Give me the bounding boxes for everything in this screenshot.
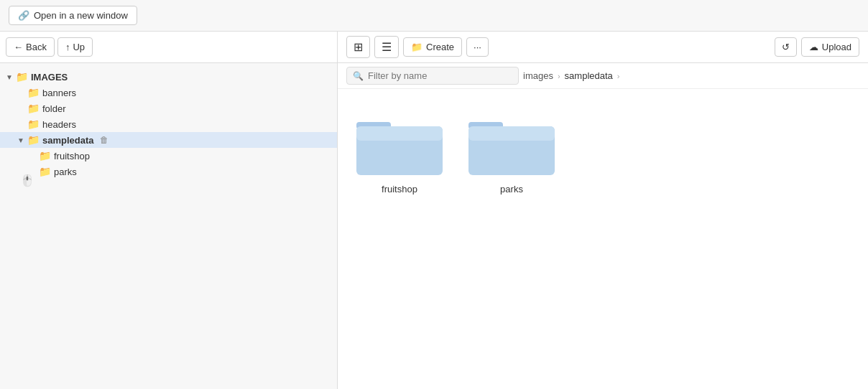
top-bar: 🔗 Open in a new window xyxy=(0,0,868,32)
file-tree: ▼ 📁 IMAGES 📁 banners 📁 folder 📁 headers xyxy=(0,63,337,389)
folder-name-fruitshop: fruitshop xyxy=(382,184,417,194)
tree-label-folder: folder xyxy=(42,103,66,114)
up-button[interactable]: ↑ Up xyxy=(57,37,93,57)
refresh-icon: ↺ xyxy=(782,42,790,52)
folder-closed-icon: 📁 xyxy=(27,103,40,114)
tree-label-images: IMAGES xyxy=(31,72,68,83)
search-input[interactable] xyxy=(368,70,512,81)
folder-svg-parks xyxy=(465,106,558,178)
folder-closed-icon: 📁 xyxy=(27,118,40,130)
folder-open-icon: 📁 xyxy=(27,134,40,146)
folder-closed-icon: 📁 xyxy=(39,150,51,161)
main-layout: ← Back ↑ Up ▼ 📁 IMAGES 📁 banners xyxy=(0,32,868,389)
back-label: Back xyxy=(26,42,47,52)
tree-item-folder[interactable]: 📁 folder xyxy=(0,100,337,116)
tree-label-banners: banners xyxy=(42,88,76,98)
tree-item-parks[interactable]: 📁 parks 🖱️ xyxy=(0,164,337,179)
upload-button[interactable]: ☁ Upload xyxy=(801,37,859,57)
open-new-window-button[interactable]: 🔗 Open in a new window xyxy=(9,6,137,25)
chevron-down-icon: ▼ xyxy=(6,73,13,81)
folder-item-fruitshop[interactable]: fruitshop xyxy=(349,100,450,200)
svg-rect-5 xyxy=(468,126,555,141)
sidebar: ← Back ↑ Up ▼ 📁 IMAGES 📁 banners xyxy=(0,32,338,389)
up-arrow-icon: ↑ xyxy=(65,42,70,52)
tree-item-images[interactable]: ▼ 📁 IMAGES xyxy=(0,69,337,85)
svg-rect-2 xyxy=(356,126,443,141)
tree-label-sampledata: sampledata xyxy=(42,135,94,146)
search-icon: 🔍 xyxy=(353,71,364,81)
breadcrumb-images[interactable]: images xyxy=(523,70,553,81)
back-arrow-icon: ← xyxy=(14,42,23,52)
refresh-button[interactable]: ↺ xyxy=(775,37,797,57)
external-link-icon: 🔗 xyxy=(18,10,29,21)
tree-item-headers[interactable]: 📁 headers xyxy=(0,116,337,132)
create-button[interactable]: 📁 Create xyxy=(403,37,462,57)
search-box[interactable]: 🔍 xyxy=(346,67,519,85)
breadcrumb-bar: 🔍 images › sampledata › xyxy=(338,63,868,89)
grid-view-icon: ⊞ xyxy=(354,40,363,54)
folder-closed-icon: 📁 xyxy=(27,87,40,98)
folder-open-icon: 📁 xyxy=(16,71,28,83)
folder-closed-icon: 📁 xyxy=(39,166,51,177)
tree-label-headers: headers xyxy=(42,119,76,130)
delete-icon[interactable]: 🗑 xyxy=(100,135,108,145)
breadcrumb-end-chevron-icon: › xyxy=(617,72,620,80)
content-panel: ⊞ ☰ 📁 Create ··· ↺ ☁ Upload 🔍 xyxy=(338,32,868,389)
list-view-button[interactable]: ☰ xyxy=(374,36,399,58)
folder-svg-fruitshop xyxy=(353,106,446,178)
breadcrumb-sampledata[interactable]: sampledata xyxy=(565,70,613,81)
folder-item-parks[interactable]: parks xyxy=(461,100,562,200)
create-label: Create xyxy=(426,42,454,52)
more-icon: ··· xyxy=(474,42,481,52)
create-folder-icon: 📁 xyxy=(411,42,423,52)
tree-label-fruitshop: fruitshop xyxy=(54,151,90,161)
tree-item-sampledata[interactable]: ▼ 📁 sampledata 🗑 xyxy=(0,132,337,148)
upload-icon: ☁ xyxy=(809,42,818,52)
back-button[interactable]: ← Back xyxy=(6,37,55,57)
breadcrumb-chevron-icon: › xyxy=(558,72,560,80)
tree-label-parks: parks xyxy=(54,167,77,177)
content-area: fruitshop parks xyxy=(338,89,868,389)
tree-item-banners[interactable]: 📁 banners xyxy=(0,85,337,100)
tree-item-fruitshop[interactable]: 📁 fruitshop xyxy=(0,148,337,164)
more-options-button[interactable]: ··· xyxy=(466,37,489,57)
sidebar-toolbar: ← Back ↑ Up xyxy=(0,32,337,63)
grid-view-button[interactable]: ⊞ xyxy=(346,36,370,58)
chevron-down-icon: ▼ xyxy=(17,136,24,144)
up-label: Up xyxy=(73,42,85,52)
open-new-window-label: Open in a new window xyxy=(34,10,128,21)
list-view-icon: ☰ xyxy=(382,40,392,54)
content-toolbar: ⊞ ☰ 📁 Create ··· ↺ ☁ Upload xyxy=(338,32,868,63)
folder-name-parks: parks xyxy=(500,184,523,194)
upload-label: Upload xyxy=(822,42,851,52)
